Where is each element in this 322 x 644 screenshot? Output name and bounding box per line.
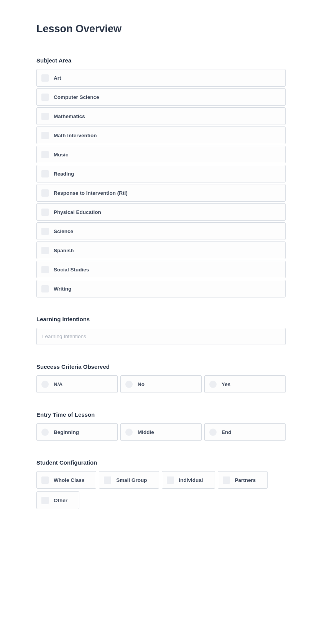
- subject-option-music[interactable]: Music: [36, 146, 286, 163]
- checkbox-icon: [223, 476, 230, 484]
- checkbox-icon: [41, 228, 49, 235]
- option-label: Physical Education: [54, 209, 101, 215]
- learning-intentions-label: Learning Intentions: [36, 316, 286, 322]
- entry-time-label: Entry Time of Lesson: [36, 411, 286, 418]
- option-label: Science: [54, 228, 73, 234]
- entry-option-end[interactable]: End: [204, 423, 286, 441]
- option-label: Music: [54, 152, 68, 158]
- option-label: Partners: [235, 477, 256, 483]
- option-label: No: [138, 381, 145, 387]
- subject-area-label: Subject Area: [36, 57, 286, 64]
- radio-icon: [125, 381, 133, 388]
- success-option-na[interactable]: N/A: [36, 375, 118, 393]
- config-option-whole-class[interactable]: Whole Class: [36, 471, 96, 489]
- option-label: N/A: [54, 381, 62, 387]
- entry-option-beginning[interactable]: Beginning: [36, 423, 118, 441]
- option-label: Whole Class: [54, 477, 84, 483]
- radio-icon: [125, 429, 133, 436]
- checkbox-icon: [41, 94, 49, 101]
- checkbox-icon: [41, 113, 49, 120]
- config-option-other[interactable]: Other: [36, 491, 79, 509]
- option-label: Computer Science: [54, 94, 99, 100]
- entry-option-middle[interactable]: Middle: [120, 423, 202, 441]
- entry-time-options: Beginning Middle End: [36, 423, 286, 441]
- option-label: Writing: [54, 286, 71, 292]
- checkbox-icon: [41, 247, 49, 254]
- checkbox-icon: [41, 151, 49, 158]
- subject-option-reading[interactable]: Reading: [36, 165, 286, 182]
- config-option-partners[interactable]: Partners: [218, 471, 268, 489]
- checkbox-icon: [41, 266, 49, 273]
- checkbox-icon: [167, 476, 174, 484]
- subject-option-math-intervention[interactable]: Math Intervention: [36, 127, 286, 144]
- learning-intentions-input[interactable]: [36, 328, 286, 345]
- checkbox-icon: [41, 189, 49, 197]
- option-label: Middle: [138, 429, 154, 435]
- checkbox-icon: [41, 497, 49, 504]
- subject-option-social-studies[interactable]: Social Studies: [36, 261, 286, 278]
- option-label: End: [222, 429, 232, 435]
- success-criteria-options: N/A No Yes: [36, 375, 286, 393]
- option-label: Individual: [179, 477, 203, 483]
- option-label: Other: [54, 498, 67, 503]
- option-label: Spanish: [54, 248, 74, 253]
- option-label: Art: [54, 75, 61, 81]
- checkbox-icon: [104, 476, 111, 484]
- student-config-label: Student Configuration: [36, 459, 286, 466]
- section-success-criteria: Success Criteria Observed N/A No Yes: [36, 363, 286, 393]
- option-label: Social Studies: [54, 267, 89, 273]
- radio-icon: [41, 381, 49, 388]
- checkbox-icon: [41, 285, 49, 292]
- radio-icon: [209, 429, 217, 436]
- option-label: Response to Intervention (RtI): [54, 190, 128, 196]
- subject-option-spanish[interactable]: Spanish: [36, 242, 286, 259]
- config-option-individual[interactable]: Individual: [162, 471, 215, 489]
- section-entry-time: Entry Time of Lesson Beginning Middle En…: [36, 411, 286, 441]
- checkbox-icon: [41, 132, 49, 139]
- option-label: Reading: [54, 171, 74, 177]
- student-config-options: Whole Class Small Group Individual Partn…: [36, 471, 286, 509]
- subject-option-rti[interactable]: Response to Intervention (RtI): [36, 184, 286, 202]
- option-label: Math Intervention: [54, 133, 97, 138]
- subject-option-writing[interactable]: Writing: [36, 280, 286, 297]
- success-option-yes[interactable]: Yes: [204, 375, 286, 393]
- subject-option-computer-science[interactable]: Computer Science: [36, 88, 286, 106]
- option-label: Mathematics: [54, 113, 85, 119]
- config-option-small-group[interactable]: Small Group: [99, 471, 159, 489]
- section-learning-intentions: Learning Intentions: [36, 316, 286, 345]
- checkbox-icon: [41, 209, 49, 216]
- checkbox-icon: [41, 74, 49, 82]
- success-option-no[interactable]: No: [120, 375, 202, 393]
- radio-icon: [41, 429, 49, 436]
- section-subject-area: Subject Area Art Computer Science Mathem…: [36, 57, 286, 297]
- option-label: Small Group: [116, 477, 147, 483]
- page-title: Lesson Overview: [36, 23, 286, 35]
- subject-area-options: Art Computer Science Mathematics Math In…: [36, 69, 286, 297]
- subject-option-art[interactable]: Art: [36, 69, 286, 87]
- option-label: Beginning: [54, 429, 79, 435]
- subject-option-physical-education[interactable]: Physical Education: [36, 203, 286, 221]
- option-label: Yes: [222, 381, 230, 387]
- checkbox-icon: [41, 476, 49, 484]
- subject-option-mathematics[interactable]: Mathematics: [36, 107, 286, 125]
- subject-option-science[interactable]: Science: [36, 222, 286, 240]
- success-criteria-label: Success Criteria Observed: [36, 363, 286, 370]
- checkbox-icon: [41, 170, 49, 177]
- radio-icon: [209, 381, 217, 388]
- section-student-configuration: Student Configuration Whole Class Small …: [36, 459, 286, 509]
